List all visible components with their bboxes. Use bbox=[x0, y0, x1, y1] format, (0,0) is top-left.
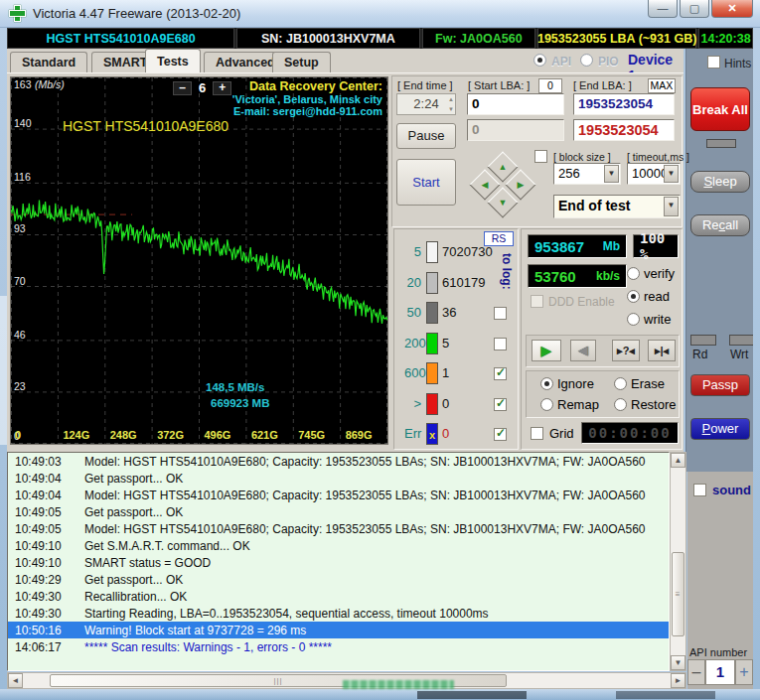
tab-standard[interactable]: Standard bbox=[10, 52, 87, 72]
step-back-button[interactable]: ◀ bbox=[570, 340, 596, 361]
remap-radio[interactable] bbox=[540, 398, 553, 411]
api-number-increment[interactable]: + bbox=[735, 659, 753, 685]
jump-question-button[interactable]: ▸?◂ bbox=[612, 340, 640, 361]
restore-radio[interactable] bbox=[614, 398, 627, 411]
power-button[interactable]: Power bbox=[690, 418, 750, 440]
close-button[interactable]: ✕ bbox=[711, 0, 753, 18]
seek-left-icon[interactable]: ◀ bbox=[475, 175, 495, 195]
jump-question-icon: ▸?◂ bbox=[617, 345, 635, 356]
ddd-enable-checkbox[interactable] bbox=[531, 295, 543, 308]
sound-checkbox[interactable] bbox=[693, 484, 706, 496]
tab-setup[interactable]: Setup bbox=[272, 52, 331, 72]
speed-unit: kb/s bbox=[596, 269, 620, 283]
seek-up-icon[interactable]: ▲ bbox=[493, 157, 513, 177]
zoom-out-button[interactable]: – bbox=[173, 81, 192, 95]
end-lba-current: 1953523054 bbox=[573, 119, 675, 141]
log-row[interactable]: 10:49:03Model: HGST HTS541010A9E680; Cap… bbox=[8, 453, 669, 470]
log-pane: 10:49:03Model: HGST HTS541010A9E680; Cap… bbox=[7, 452, 670, 671]
timeout-select[interactable]: 10000 ▼ bbox=[627, 163, 681, 185]
verify-radio[interactable] bbox=[627, 267, 640, 280]
log-time: 14:06:17 bbox=[15, 640, 70, 654]
log-row[interactable]: 10:49:05Get passport... OK bbox=[8, 503, 669, 520]
start-button[interactable]: Start bbox=[396, 159, 456, 206]
legend-to-log-checkbox[interactable] bbox=[494, 428, 507, 441]
timeout-label: [ timeout,ms ] bbox=[627, 151, 689, 163]
start-lba-input[interactable]: 0 bbox=[467, 93, 564, 115]
api-number-value[interactable]: 1 bbox=[705, 659, 735, 685]
zoom-in-button[interactable]: + bbox=[213, 81, 231, 95]
end-action-dropdown-icon[interactable]: ▼ bbox=[664, 197, 679, 216]
log-row[interactable]: 10:49:30Recallibration... OK bbox=[8, 588, 669, 605]
write-label: write bbox=[644, 312, 671, 327]
legend-to-log-checkbox[interactable] bbox=[494, 338, 507, 350]
hints-label: Hints bbox=[724, 57, 751, 70]
end-lba-max-button[interactable]: MAX bbox=[648, 78, 676, 93]
read-radio[interactable] bbox=[627, 290, 640, 303]
legend-to-log-checkbox[interactable] bbox=[494, 367, 507, 380]
grid-label: Grid bbox=[549, 426, 574, 441]
start-lba-zero-button[interactable]: 0 bbox=[538, 78, 562, 93]
break-all-button[interactable]: Break All bbox=[690, 87, 750, 131]
api-radio[interactable] bbox=[533, 54, 546, 67]
erase-radio[interactable] bbox=[614, 377, 627, 390]
end-action-select[interactable]: End of test ▼ bbox=[553, 195, 681, 218]
timeout-dropdown-icon[interactable]: ▼ bbox=[664, 165, 679, 183]
sleep-button[interactable]: Sleep bbox=[690, 171, 750, 193]
pio-radio[interactable] bbox=[580, 54, 593, 67]
scroll-right-icon[interactable]: ► bbox=[671, 673, 685, 688]
tab-bar: Standard SMART Tests Advanced Setup API … bbox=[7, 49, 684, 72]
log-row[interactable]: 10:49:30Starting Reading, LBA=0..1953523… bbox=[8, 605, 669, 622]
block-size-value: 256 bbox=[558, 166, 580, 181]
annotation-max-speed: 148,5 MB/s bbox=[206, 381, 264, 393]
seek-down-icon[interactable]: ▼ bbox=[493, 193, 513, 212]
end-action-value: End of test bbox=[558, 198, 630, 213]
minimize-button[interactable]: — bbox=[648, 0, 678, 18]
block-size-dropdown-icon[interactable]: ▼ bbox=[604, 165, 619, 183]
recall-button[interactable]: Recall bbox=[690, 214, 750, 236]
loop-seek-checkbox[interactable] bbox=[534, 150, 547, 163]
log-row[interactable]: 10:49:05Model: HGST HTS541010A9E680; Cap… bbox=[8, 520, 669, 537]
log-row[interactable]: 14:06:17***** Scan results: Warnings - 1… bbox=[8, 638, 669, 655]
elapsed-timer-lcd: 00:00:00 bbox=[581, 422, 679, 444]
end-time-spinner[interactable]: 2:24 ▲▼ bbox=[396, 93, 456, 115]
write-radio[interactable] bbox=[627, 313, 640, 326]
jump-end-button[interactable]: ▸|◂ bbox=[648, 340, 676, 361]
log-vertical-scrollbar[interactable]: ▲ ≡ ▼ bbox=[670, 452, 686, 671]
ignore-radio[interactable] bbox=[540, 377, 553, 390]
tab-tests[interactable]: Tests bbox=[145, 49, 201, 72]
write-led bbox=[729, 335, 755, 346]
log-text: Get passport... OK bbox=[84, 472, 183, 486]
legend-to-log-checkbox[interactable] bbox=[494, 307, 507, 320]
log-row[interactable]: 10:49:10Get S.M.A.R.T. command... OK bbox=[8, 537, 669, 554]
pause-button[interactable]: Pause bbox=[396, 123, 456, 149]
seek-right-icon[interactable]: ▶ bbox=[511, 175, 531, 195]
x-tick-label: 621G bbox=[251, 429, 278, 441]
window-title: Victoria 4.47 Freeware (2013-02-20) bbox=[33, 6, 240, 21]
log-row[interactable]: 10:49:10SMART status = GOOD bbox=[8, 554, 669, 571]
graph-zoom-control: – 6 + bbox=[173, 80, 231, 95]
block-size-select[interactable]: 256 ▼ bbox=[553, 163, 621, 185]
drive-firmware: Fw: JA0OA560 bbox=[422, 28, 536, 49]
spinner-arrows-icon[interactable]: ▲▼ bbox=[448, 94, 454, 114]
title-bar: Victoria 4.47 Freeware (2013-02-20) — ▢ … bbox=[0, 0, 760, 28]
end-lba-input[interactable]: 1953523054 bbox=[573, 93, 675, 115]
api-number-decrement[interactable]: – bbox=[687, 659, 705, 685]
remaining-mb-unit: Mb bbox=[603, 239, 620, 253]
scroll-left-icon[interactable]: ◄ bbox=[8, 673, 23, 688]
maximize-button[interactable]: ▢ bbox=[680, 0, 709, 18]
scroll-up-icon[interactable]: ▲ bbox=[671, 453, 685, 468]
legend-to-log-checkbox[interactable] bbox=[494, 398, 507, 411]
log-row[interactable]: 10:49:04Model: HGST HTS541010A9E680; Cap… bbox=[8, 487, 669, 503]
hints-checkbox[interactable] bbox=[707, 56, 720, 69]
play-button[interactable]: ▶ bbox=[532, 340, 561, 361]
scroll-down-icon[interactable]: ▼ bbox=[671, 655, 685, 670]
y-tick-label: 163 bbox=[14, 78, 32, 90]
grid-checkbox[interactable] bbox=[531, 427, 543, 440]
log-row[interactable]: 10:49:04Get passport... OK bbox=[8, 470, 669, 487]
v-scroll-thumb[interactable]: ≡ bbox=[672, 552, 684, 636]
passport-button[interactable]: Passp bbox=[690, 374, 750, 396]
log-row[interactable]: 10:49:29Get passport... OK bbox=[8, 571, 669, 588]
log-row[interactable]: 10:50:16Warning! Block start at 9737728 … bbox=[8, 622, 669, 638]
log-text: Model: HGST HTS541010A9E680; Capacity: 1… bbox=[84, 522, 646, 536]
head-seek-diamond[interactable]: ▲ ◀ ▶ ▼ bbox=[470, 152, 535, 217]
